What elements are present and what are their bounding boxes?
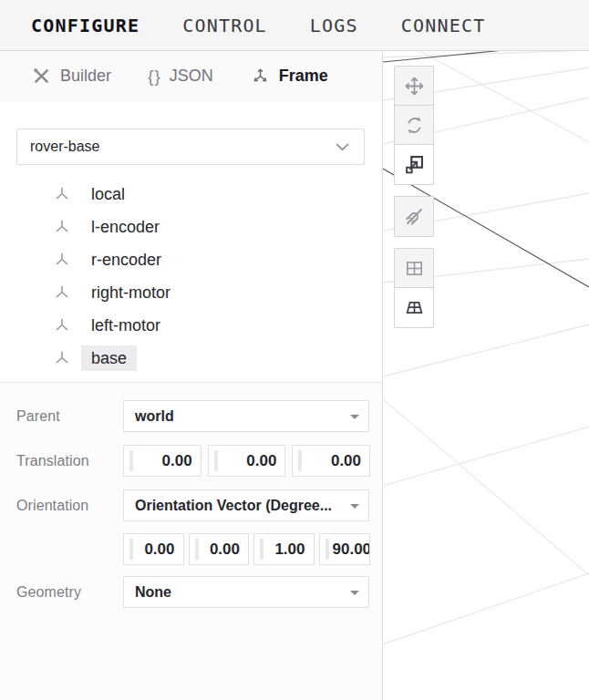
move-icon xyxy=(403,75,426,98)
tree-item-l-encoder[interactable]: l-encoder xyxy=(16,211,365,243)
tree-item-label: r-encoder xyxy=(91,247,161,273)
braces-icon: {} xyxy=(148,67,161,87)
perspective-view-button[interactable] xyxy=(395,288,433,327)
tab-frame-label: Frame xyxy=(279,67,328,86)
tree-item-left-motor[interactable]: left-motor xyxy=(16,309,365,342)
top-nav: CONFIGURE CONTROL LOGS CONNECT xyxy=(0,0,589,51)
tab-json[interactable]: {} JSON xyxy=(148,67,213,87)
tab-connect[interactable]: CONNECT xyxy=(401,15,486,36)
scale-icon xyxy=(403,153,426,176)
configure-subnav: Builder {} JSON Frame xyxy=(0,51,382,101)
chevron-down-icon xyxy=(336,143,349,151)
configure-left-panel: Builder {} JSON Frame xyxy=(0,51,383,700)
orientation-type-select[interactable]: Orientation Vector (Degree... xyxy=(123,489,369,521)
orientation-type-row: Orientation Orientation Vector (Degree..… xyxy=(16,489,369,521)
orientation-x-input[interactable] xyxy=(123,533,184,565)
tree-item-label: l-encoder xyxy=(91,214,160,240)
frame-3d-viewport[interactable] xyxy=(383,51,589,700)
parent-select[interactable]: world xyxy=(123,400,369,432)
tab-frame[interactable]: Frame xyxy=(250,66,328,87)
tree-item-label: local xyxy=(91,181,125,207)
view-tool-group xyxy=(394,248,434,328)
orientation-y-input[interactable] xyxy=(189,533,250,565)
orientation-values-row xyxy=(16,533,369,565)
component-select-value: rover-base xyxy=(30,139,99,155)
orientation-z-input[interactable] xyxy=(253,533,315,565)
transform-tool-group xyxy=(394,66,434,185)
frame-node-icon xyxy=(53,349,71,367)
frame-node-icon xyxy=(53,251,71,269)
frame-tree-list: local l-encoder r-encoder xyxy=(16,178,365,375)
translation-z-input[interactable] xyxy=(292,445,370,477)
parent-row: Parent world xyxy=(16,400,369,432)
tree-item-right-motor[interactable]: right-motor xyxy=(16,276,365,309)
move-tool-button[interactable] xyxy=(395,67,433,106)
tree-item-local[interactable]: local xyxy=(16,178,365,211)
translation-row: Translation xyxy=(16,445,369,477)
geometry-label: Geometry xyxy=(16,584,123,601)
perspective-grid-icon xyxy=(403,296,426,319)
tab-configure[interactable]: CONFIGURE xyxy=(31,15,140,36)
tree-item-base[interactable]: base xyxy=(16,342,365,375)
tree-item-r-encoder[interactable]: r-encoder xyxy=(16,243,365,276)
tree-item-label: left-motor xyxy=(91,313,160,338)
tab-control[interactable]: CONTROL xyxy=(182,15,267,36)
snap-toggle-button[interactable] xyxy=(395,197,433,236)
frame-tree-card: rover-base local xyxy=(0,101,382,383)
orientation-type-value: Orientation Vector (Degree... xyxy=(135,498,332,514)
rotate-icon xyxy=(403,114,426,137)
grid-view-button[interactable] xyxy=(395,249,433,288)
geometry-row: Geometry None xyxy=(16,576,369,608)
scale-tool-button[interactable] xyxy=(395,145,433,184)
frame-node-icon xyxy=(53,218,71,236)
orientation-label: Orientation xyxy=(16,498,123,514)
tab-json-label: JSON xyxy=(170,67,213,86)
translation-x-input[interactable] xyxy=(123,445,202,477)
tree-item-label: right-motor xyxy=(91,280,170,305)
frame-form: Parent world Translation xyxy=(0,383,382,700)
tree-item-label: base xyxy=(81,345,137,371)
frame-axes-icon xyxy=(250,66,271,87)
translation-y-input[interactable] xyxy=(208,445,286,477)
tab-builder-label: Builder xyxy=(60,67,111,86)
rotate-tool-button[interactable] xyxy=(395,106,433,145)
snap-tool-group xyxy=(394,196,434,237)
translation-label: Translation xyxy=(16,453,123,469)
frame-node-icon xyxy=(53,185,71,203)
frame-node-icon xyxy=(53,283,71,302)
snap-off-icon xyxy=(403,205,426,228)
grid-icon xyxy=(403,257,426,280)
app-window: CONFIGURE CONTROL LOGS CONNECT Builder xyxy=(0,0,589,700)
frame-node-icon xyxy=(53,316,71,335)
tab-logs[interactable]: LOGS xyxy=(310,15,358,36)
viewport-toolbar xyxy=(394,66,434,339)
tab-builder[interactable]: Builder xyxy=(31,66,111,87)
tools-icon xyxy=(31,66,52,87)
geometry-select[interactable]: None xyxy=(123,576,369,608)
parent-select-value: world xyxy=(135,408,174,425)
orientation-theta-input[interactable] xyxy=(319,533,371,565)
component-select[interactable]: rover-base xyxy=(16,129,365,165)
parent-label: Parent xyxy=(16,408,123,425)
geometry-select-value: None xyxy=(135,584,171,601)
